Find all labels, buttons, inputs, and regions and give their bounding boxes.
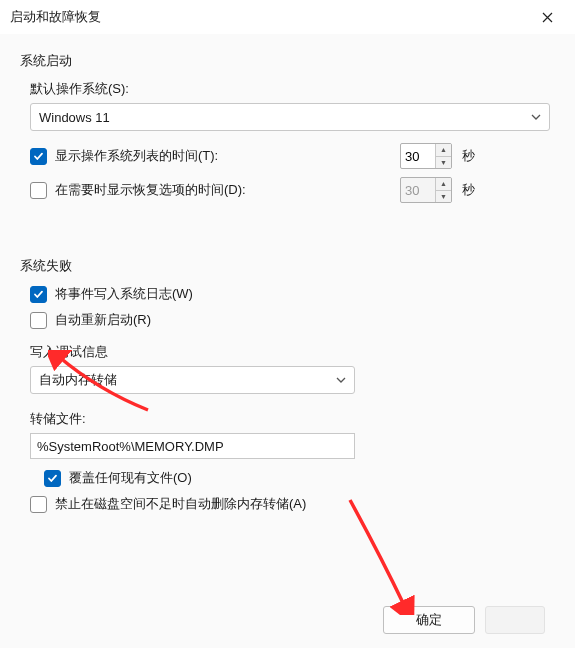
show-os-list-label: 显示操作系统列表的时间(T): xyxy=(55,147,218,165)
ok-button-label: 确定 xyxy=(416,611,442,629)
auto-restart-label: 自动重新启动(R) xyxy=(55,311,151,329)
default-os-select[interactable]: Windows 11 xyxy=(30,103,550,131)
ok-button[interactable]: 确定 xyxy=(383,606,475,634)
seconds-unit: 秒 xyxy=(462,181,475,199)
debug-info-label: 写入调试信息 xyxy=(30,343,555,361)
auto-restart-checkbox[interactable] xyxy=(30,312,47,329)
dump-file-input[interactable]: %SystemRoot%\MEMORY.DMP xyxy=(30,433,355,459)
dump-file-value: %SystemRoot%\MEMORY.DMP xyxy=(37,439,224,454)
group-system-failure: 系统失败 将事件写入系统日志(W) 自动重新启动(R) 写入调试信息 自动 xyxy=(20,257,555,513)
show-recovery-seconds-spinner: ▲ ▼ xyxy=(400,177,452,203)
show-recovery-seconds-input xyxy=(401,178,435,202)
show-recovery-label: 在需要时显示恢复选项的时间(D): xyxy=(55,181,246,199)
no-delete-low-label: 禁止在磁盘空间不足时自动删除内存转储(A) xyxy=(55,495,306,513)
show-recovery-checkbox[interactable] xyxy=(30,182,47,199)
show-os-list-checkbox[interactable] xyxy=(30,148,47,165)
show-os-list-row: 显示操作系统列表的时间(T): ▲ ▼ 秒 xyxy=(30,143,555,169)
titlebar: 启动和故障恢复 xyxy=(0,0,575,34)
group-title-startup: 系统启动 xyxy=(20,52,555,70)
no-delete-low-row: 禁止在磁盘空间不足时自动删除内存转储(A) xyxy=(30,495,555,513)
show-recovery-row: 在需要时显示恢复选项的时间(D): ▲ ▼ 秒 xyxy=(30,177,555,203)
overwrite-label: 覆盖任何现有文件(O) xyxy=(69,469,192,487)
group-title-failure: 系统失败 xyxy=(20,257,555,275)
close-button[interactable] xyxy=(525,0,569,34)
spinner-up-icon[interactable]: ▲ xyxy=(436,144,451,156)
overwrite-row: 覆盖任何现有文件(O) xyxy=(44,469,555,487)
default-os-value: Windows 11 xyxy=(39,110,110,125)
dump-file-label: 转储文件: xyxy=(30,410,555,428)
dialog-window: 启动和故障恢复 系统启动 默认操作系统(S): Windows 11 xyxy=(0,0,575,648)
no-delete-low-checkbox[interactable] xyxy=(30,496,47,513)
auto-restart-row: 自动重新启动(R) xyxy=(30,311,555,329)
spinner-arrows[interactable]: ▲ ▼ xyxy=(435,144,451,168)
default-os-label: 默认操作系统(S): xyxy=(30,80,555,98)
write-event-label: 将事件写入系统日志(W) xyxy=(55,285,193,303)
spinner-arrows: ▲ ▼ xyxy=(435,178,451,202)
write-event-checkbox[interactable] xyxy=(30,286,47,303)
spinner-up-icon: ▲ xyxy=(436,178,451,190)
debug-info-select[interactable]: 自动内存转储 xyxy=(30,366,355,394)
overwrite-checkbox[interactable] xyxy=(44,470,61,487)
show-os-list-seconds-input[interactable] xyxy=(401,144,435,168)
dialog-content: 系统启动 默认操作系统(S): Windows 11 显示操作系统列表的时间(T… xyxy=(0,34,575,648)
seconds-unit: 秒 xyxy=(462,147,475,165)
chevron-down-icon xyxy=(336,377,346,383)
secondary-button-placeholder xyxy=(485,606,545,634)
spinner-down-icon[interactable]: ▼ xyxy=(436,156,451,169)
spinner-down-icon: ▼ xyxy=(436,190,451,203)
dialog-footer: 确定 xyxy=(0,606,575,634)
debug-info-value: 自动内存转储 xyxy=(39,371,117,389)
group-system-startup: 系统启动 默认操作系统(S): Windows 11 显示操作系统列表的时间(T… xyxy=(20,52,555,203)
show-os-list-seconds-spinner[interactable]: ▲ ▼ xyxy=(400,143,452,169)
dialog-title: 启动和故障恢复 xyxy=(10,8,101,26)
write-event-row: 将事件写入系统日志(W) xyxy=(30,285,555,303)
chevron-down-icon xyxy=(531,114,541,120)
close-icon xyxy=(542,12,553,23)
